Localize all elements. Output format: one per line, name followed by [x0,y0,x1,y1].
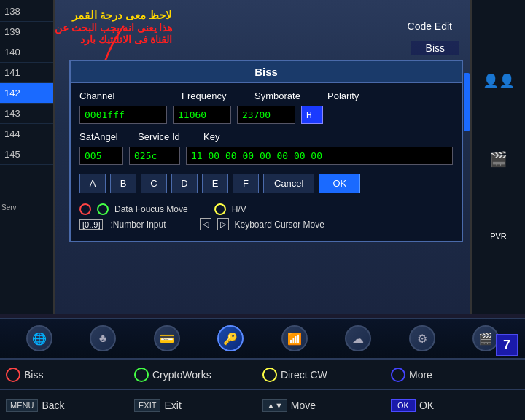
bottom-bar: Biss CryptoWorks Direct CW More MENU Bac… [0,359,525,420]
menu-more[interactable]: More [391,368,519,382]
channel-143[interactable]: 143 [0,104,53,124]
side-panel-left: 138 139 140 141 142 143 144 145 Serv [0,0,55,314]
num-badge: 7 [496,334,518,356]
key-icon: 🔑 [217,325,244,351]
green-circle-icon [97,203,109,215]
cancel-button[interactable]: Cancel [263,174,314,193]
yellow-circle-icon [214,203,226,215]
card-icon: 💳 [154,325,180,351]
legend-hv-text: H/V [232,204,246,214]
nav-icon-movie[interactable]: 🎬 [472,325,499,351]
menu-back[interactable]: MENU Back [6,399,134,412]
right-arrow-icon: ▷ [217,218,229,230]
biss-label: Biss [24,369,43,381]
ok-button[interactable]: OK [319,174,360,193]
satangel-input[interactable] [79,147,123,165]
legend-cursor-text: Keyboard Cursor Move [235,219,324,230]
menu-directcw[interactable]: Direct CW [262,368,391,382]
pvr-label: PVR [490,232,507,241]
biss-circle-icon [6,368,20,382]
channel-140[interactable]: 140 [0,42,53,63]
nav-icon-wifi[interactable]: 📶 [281,325,308,351]
header-frequency: Frequency [182,90,254,101]
btn-e[interactable]: E [202,174,228,193]
nav-icon-key[interactable]: 🔑 [217,325,244,351]
arabic-line1: لاحظ معى درجة القمر [55,9,172,22]
legend-row1: Data Foucus Move H/V [79,203,453,215]
header-channel: Channel [79,90,182,101]
globe-icon: 🌐 [26,325,52,351]
btn-c[interactable]: C [141,174,167,193]
wifi-icon: 📶 [281,325,308,351]
cryptoworks-circle-icon [134,368,149,382]
legend-row2: [0..9] :Number Input ◁ ▷ Keyboard Cursor… [79,218,453,230]
settings-icon: ⚙ [409,325,435,351]
channel-144[interactable]: 144 [0,124,53,144]
ok-key-icon: OK [391,399,416,412]
camera-icon: 🎬 [489,150,508,168]
biss-column-headers: Channel Frequency Symborate Polarity [79,90,453,101]
side-panel-right: 👤👤 🎬 PVR [470,0,525,314]
cryptoworks-label: CryptoWorks [152,369,211,381]
menu-move[interactable]: ▲▼ Move [262,399,391,412]
menu-cryptoworks[interactable]: CryptoWorks [134,368,262,382]
key-input[interactable] [186,147,453,165]
bottom-row2: MENU Back EXIT Exit ▲▼ Move OK OK [0,390,525,420]
channel-145[interactable]: 145 [0,144,53,165]
nav-icon-cloud[interactable]: ☁ [345,325,371,351]
scroll-handle[interactable] [464,73,470,131]
nav-icon-card[interactable]: 💳 [154,325,180,351]
frequency-input[interactable] [173,106,231,124]
header-key: Key [203,131,453,142]
btn-b[interactable]: B [110,174,136,193]
menu-biss[interactable]: Biss [6,368,134,382]
directcw-circle-icon [262,368,277,382]
btn-a[interactable]: A [79,174,106,193]
menu-ok[interactable]: OK OK [391,399,519,412]
biss-dialog: Biss Channel Frequency Symborate Polarit… [69,60,463,242]
hex-buttons-row: A B C D E F Cancel OK [79,174,453,193]
channel-141[interactable]: 141 [0,63,53,83]
serv-label: Serv [1,203,17,211]
club-icon: ♣ [90,325,116,351]
channel-list: 138 139 140 141 142 143 144 145 [0,0,53,314]
biss-input-row2 [79,147,453,165]
symborate-input[interactable] [237,106,295,124]
red-circle-icon [79,203,91,215]
more-circle-icon [391,368,405,382]
nav-icon-globe[interactable]: 🌐 [26,325,52,351]
exit-label: Exit [164,400,181,411]
channel-139[interactable]: 139 [0,22,53,42]
nav-icon-club[interactable]: ♣ [90,325,116,351]
back-label: Back [42,400,64,411]
header-symborate: Symborate [254,90,327,101]
channel-input[interactable] [79,106,167,124]
biss-column-headers2: SatAngel Service Id Key [79,131,453,142]
more-label: More [409,369,432,381]
legend-number-text: :Number Input [110,219,166,230]
header-serviceid: Service Id [138,131,203,142]
btn-d[interactable]: D [171,174,198,193]
cloud-icon: ☁ [345,325,371,351]
biss-dialog-title: Biss [71,61,462,83]
menu-key-icon: MENU [6,399,38,412]
code-edit-label: Code Edit [408,20,452,32]
bracket-09-icon: [0..9] [79,219,103,230]
channel-142[interactable]: 142 [0,83,53,104]
header-satangel: SatAngel [79,131,138,142]
nav-icon-settings[interactable]: ⚙ [409,325,435,351]
serviceid-input[interactable] [129,147,180,165]
biss-dialog-body: Channel Frequency Symborate Polarity Sat… [71,83,462,241]
menu-exit[interactable]: EXIT Exit [134,399,262,412]
ok-label: OK [419,400,434,411]
polarity-input[interactable] [301,106,323,124]
header-polarity: Polarity [327,90,371,101]
move-key-icon: ▲▼ [262,399,287,412]
channel-138[interactable]: 138 [0,1,53,22]
left-arrow-icon: ◁ [200,218,211,230]
person-icon: 👤👤 [483,73,515,89]
biss-input-row1 [79,106,453,124]
btn-f[interactable]: F [233,174,259,193]
exit-key-icon: EXIT [134,399,160,412]
legend-focus-text: Data Foucus Move [114,204,188,214]
